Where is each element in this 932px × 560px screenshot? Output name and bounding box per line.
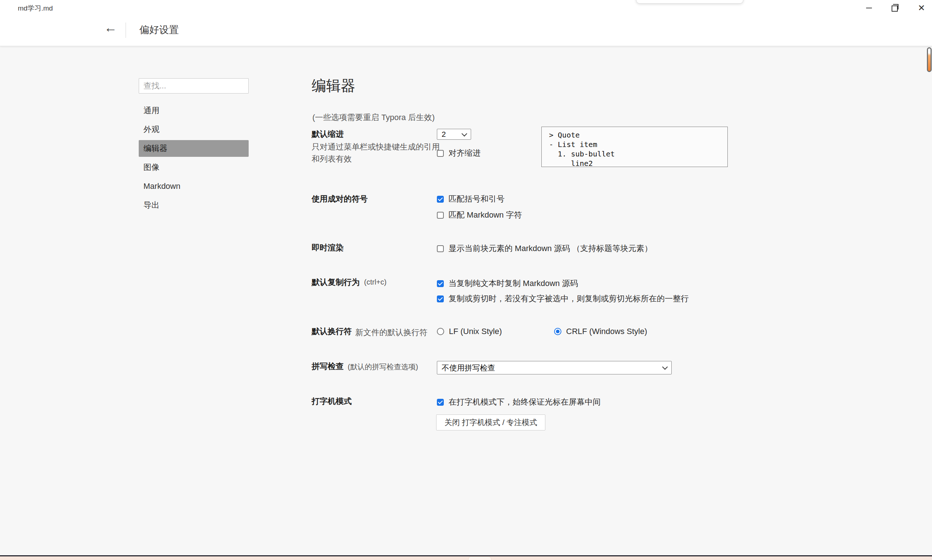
restore-icon bbox=[892, 5, 898, 12]
sidebar-item-export[interactable]: 导出 bbox=[139, 197, 249, 214]
overlay-popup-edge bbox=[636, 0, 743, 4]
copy-line-option[interactable]: 复制或剪切时，若没有文字被选中，则复制或剪切光标所在的一整行 bbox=[437, 293, 689, 304]
line-ending-hint: 新文件的默认换行符 bbox=[355, 327, 427, 338]
window-header: md学习.md ✕ ← 偏好设置 bbox=[0, 0, 932, 46]
lf-label: LF (Unix Style) bbox=[449, 327, 502, 336]
line-ending-label: 默认换行符 bbox=[312, 326, 352, 337]
typewriter-checkbox[interactable] bbox=[437, 399, 444, 406]
live-render-label: 即时渲染 bbox=[312, 242, 344, 253]
preview-line: line2 bbox=[549, 159, 593, 168]
bottom-strip bbox=[0, 556, 932, 560]
window-title: md学习.md bbox=[18, 4, 53, 13]
search-input[interactable] bbox=[139, 78, 249, 94]
typewriter-label: 打字机模式 bbox=[312, 396, 352, 407]
window-controls: ✕ bbox=[864, 0, 927, 16]
copy-plaintext-checkbox[interactable] bbox=[437, 280, 444, 287]
restart-note: (一些选项需要重启 Typora 后生效) bbox=[313, 112, 435, 123]
indent-size-select[interactable]: 2 bbox=[437, 129, 471, 140]
typewriter-option[interactable]: 在打字机模式下，始终保证光标在屏幕中间 bbox=[437, 397, 601, 408]
sidebar-item-editor[interactable]: 编辑器 bbox=[139, 140, 249, 157]
copy-plaintext-option[interactable]: 当复制纯文本时复制 Markdown 源码 bbox=[437, 278, 578, 289]
indent-note: 只对通过菜单栏或快捷键生成的引用 和列表有效 bbox=[312, 141, 440, 165]
copy-plaintext-label: 当复制纯文本时复制 Markdown 源码 bbox=[448, 278, 578, 289]
chevron-down-icon bbox=[662, 364, 668, 370]
indent-label: 默认缩进 bbox=[312, 129, 344, 140]
typewriter-option-label: 在打字机模式下，始终保证光标在屏幕中间 bbox=[448, 397, 601, 408]
copy-line-label: 复制或剪切时，若没有文字被选中，则复制或剪切光标所在的一整行 bbox=[448, 293, 689, 304]
close-icon: ✕ bbox=[918, 4, 925, 12]
live-render-option[interactable]: 显示当前块元素的 Markdown 源码 （支持标题等块元素） bbox=[437, 243, 652, 254]
copy-hint: (ctrl+c) bbox=[364, 278, 387, 286]
crlf-label: CRLF (Windows Style) bbox=[566, 327, 647, 336]
align-indent-option[interactable]: 对齐缩进 bbox=[437, 148, 481, 158]
match-markdown-label: 匹配 Markdown 字符 bbox=[448, 209, 522, 220]
header-divider bbox=[126, 23, 126, 38]
preview-line: 1. sub-bullet bbox=[549, 149, 615, 158]
lf-option[interactable]: LF (Unix Style) bbox=[437, 327, 502, 336]
spellcheck-select[interactable]: 不使用拼写检查 bbox=[437, 361, 672, 374]
indent-note-line2: 和列表有效 bbox=[312, 154, 352, 163]
minimize-icon bbox=[866, 8, 872, 8]
match-markdown-option[interactable]: 匹配 Markdown 字符 bbox=[437, 209, 522, 220]
sidebar-item-image[interactable]: 图像 bbox=[139, 159, 249, 176]
lf-radio[interactable] bbox=[437, 328, 444, 335]
chevron-down-icon bbox=[462, 131, 467, 137]
copy-line-checkbox[interactable] bbox=[437, 295, 444, 302]
match-markdown-checkbox[interactable] bbox=[437, 212, 444, 219]
pairs-label: 使用成对的符号 bbox=[312, 194, 368, 205]
back-button[interactable]: ← bbox=[104, 21, 117, 34]
restore-button[interactable] bbox=[890, 3, 901, 14]
sidebar-item-appearance[interactable]: 外观 bbox=[139, 121, 249, 138]
spellcheck-hint: (默认的拼写检查选项) bbox=[348, 362, 418, 372]
indent-preview-box: > Quote - List item 1. sub-bullet line2 bbox=[541, 127, 728, 167]
preview-line: > Quote bbox=[549, 131, 579, 139]
page-title: 偏好设置 bbox=[139, 23, 179, 36]
match-brackets-checkbox[interactable] bbox=[437, 196, 444, 203]
live-render-option-label: 显示当前块元素的 Markdown 源码 （支持标题等块元素） bbox=[448, 243, 652, 254]
bottom-tab-handle bbox=[468, 556, 491, 560]
copy-label: 默认复制行为 bbox=[312, 277, 360, 288]
crlf-option[interactable]: CRLF (Windows Style) bbox=[554, 327, 647, 336]
sidebar: 通用 外观 编辑器 图像 Markdown 导出 bbox=[139, 102, 249, 216]
match-brackets-option[interactable]: 匹配括号和引号 bbox=[437, 194, 505, 205]
match-brackets-label: 匹配括号和引号 bbox=[448, 194, 505, 205]
align-indent-checkbox[interactable] bbox=[437, 150, 444, 157]
live-render-checkbox[interactable] bbox=[437, 245, 444, 252]
preview-line: - List item bbox=[549, 140, 597, 149]
indent-size-value: 2 bbox=[442, 130, 446, 138]
sidebar-item-general[interactable]: 通用 bbox=[139, 102, 249, 119]
align-indent-label: 对齐缩进 bbox=[448, 148, 481, 158]
spellcheck-label: 拼写检查 bbox=[312, 361, 344, 372]
indent-note-line1: 只对通过菜单栏或快捷键生成的引用 bbox=[312, 142, 440, 151]
minimize-button[interactable] bbox=[864, 3, 875, 14]
scrollbar-thumb[interactable] bbox=[927, 47, 932, 72]
section-heading: 编辑器 bbox=[312, 76, 355, 96]
crlf-radio[interactable] bbox=[554, 328, 561, 335]
sidebar-item-markdown[interactable]: Markdown bbox=[139, 178, 249, 195]
spellcheck-value: 不使用拼写检查 bbox=[442, 363, 495, 373]
close-typewriter-button[interactable]: 关闭 打字机模式 / 专注模式 bbox=[436, 414, 545, 431]
close-button[interactable]: ✕ bbox=[916, 3, 927, 14]
